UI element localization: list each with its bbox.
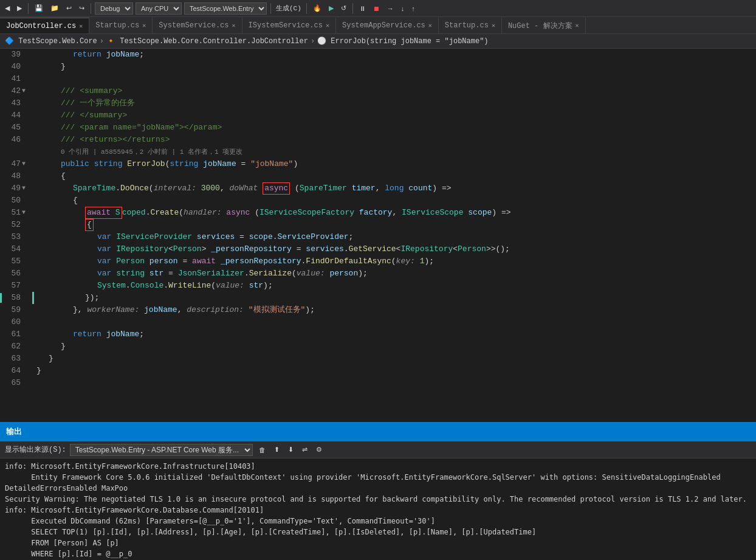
output-line-8: WHERE [p].[Id] = @__p_0	[5, 548, 751, 559]
code-line-58: });	[36, 292, 756, 304]
tab-close-startup2[interactable]: ✕	[492, 22, 495, 29]
code-line-48: {	[36, 170, 756, 182]
sep4	[306, 3, 307, 14]
tab-close-systemservice[interactable]: ✕	[232, 22, 236, 29]
output-content: info: Microsoft.EntityFrameworkCore.Infr…	[0, 458, 756, 560]
breadcrumb-method[interactable]: ⚪ ErrorJob(string jobName = "jobName")	[317, 36, 488, 46]
output-line-5: Executed DbCommand (62ms) [Parameters=[@…	[5, 516, 751, 527]
tab-close-jobcontroller[interactable]: ✕	[79, 22, 83, 30]
tab-close-startup1[interactable]: ✕	[142, 22, 146, 29]
breadcrumb-row: 🔷 TestScope.Web.Core › 🔸 TestScope.Web.C…	[0, 34, 756, 49]
line-numbers: 39 40 41 42 ▼ 43 44 45 46 47 ▼ 48 49 ▼ 5…	[0, 49, 30, 422]
code-line-46: /// <returns></returns>	[36, 134, 756, 146]
output-line-6: SELECT TOP(1) [p].[Id], [p].[Address], […	[5, 527, 751, 538]
stop-btn[interactable]: ⏹	[371, 4, 382, 13]
code-line-45: /// <param name="jobName"></param>	[36, 122, 756, 134]
code-line-65	[36, 377, 756, 389]
tab-jobcontroller[interactable]: JobController.cs ✕	[0, 18, 89, 33]
code-line-52: {	[36, 219, 756, 231]
code-line-47: public string ErrorJob(string jobName = …	[36, 158, 756, 170]
step-out-btn[interactable]: ↑	[409, 4, 418, 13]
output-source-label: 显示输出来源(S):	[5, 444, 66, 455]
redo-btn[interactable]: ↪	[77, 3, 87, 13]
code-content[interactable]: return jobName; } /// <summary> /// 一个异常…	[30, 49, 756, 422]
code-line-54: var IRepository<Person> _personRepositor…	[36, 243, 756, 255]
code-line-57: System.Console.WriteLine(value: str);	[36, 280, 756, 292]
code-line-60	[36, 316, 756, 328]
tab-systemappservice[interactable]: SystemAppService.cs ✕	[336, 18, 439, 33]
tab-close-isystemservice[interactable]: ✕	[326, 22, 329, 29]
code-line-55: var Person person = await _personReposit…	[36, 255, 756, 268]
code-line-42: /// <summary>	[36, 85, 756, 97]
output-toolbar: 显示输出来源(S): TestScope.Web.Entry - ASP.NET…	[0, 441, 756, 458]
tab-label: NuGet - 解决方案	[508, 21, 572, 31]
tab-label: ISystemService.cs	[249, 21, 323, 30]
refresh-btn[interactable]: ↺	[338, 3, 349, 13]
code-line-43: /// 一个异常的任务	[36, 97, 756, 109]
step-over-btn[interactable]: →	[385, 4, 396, 13]
tab-label: JobController.cs	[6, 22, 76, 30]
code-line-51: await Scoped.Create(handler: async (ISer…	[36, 207, 756, 219]
output-down-btn[interactable]: ⬇	[286, 444, 296, 455]
tab-systemservice[interactable]: SystemService.cs ✕	[153, 18, 242, 33]
step-into-btn[interactable]: ↓	[399, 4, 407, 13]
run-btn[interactable]: ▶	[326, 3, 336, 13]
breadcrumb-project[interactable]: 🔷 TestScope.Web.Core	[5, 36, 97, 46]
code-line-39: return jobName;	[36, 49, 756, 61]
code-line-40: }	[36, 61, 756, 73]
code-line-41	[36, 73, 756, 85]
pause-btn[interactable]: ⏸	[357, 4, 368, 13]
tab-startup2[interactable]: Startup.cs ✕	[439, 18, 502, 33]
build-label: 生成(C)	[275, 4, 303, 13]
fire-btn[interactable]: 🔥	[311, 3, 324, 13]
tab-startup1[interactable]: Startup.cs ✕	[89, 18, 153, 33]
code-line-62: }	[36, 340, 756, 353]
breadcrumb-class[interactable]: 🔸 TestScope.Web.Core.Controller.JobContr…	[106, 36, 308, 46]
tab-label: SystemService.cs	[159, 21, 229, 30]
debug-dropdown[interactable]: Debug	[95, 2, 133, 15]
output-line-4: info: Microsoft.EntityFrameworkCore.Data…	[5, 505, 751, 516]
tab-label: SystemAppService.cs	[342, 21, 425, 30]
tab-label: Startup.cs	[445, 21, 489, 30]
output-header: 输出	[0, 422, 756, 441]
output-line-3: Security Warning: The negotiated TLS 1.0…	[5, 494, 751, 505]
sep1	[28, 3, 29, 14]
project-dropdown[interactable]: TestScope.Web.Entry	[184, 2, 267, 15]
top-toolbar: ◀ ▶ 💾 📁 ↩ ↪ Debug Any CPU TestScope.Web.…	[0, 0, 756, 17]
code-line-50: {	[36, 195, 756, 207]
tab-isystemservice[interactable]: ISystemService.cs ✕	[242, 18, 336, 33]
code-line-63: }	[36, 353, 756, 365]
output-line-2: Entity Framework Core 5.0.6 initialized …	[5, 472, 751, 494]
tab-label: Startup.cs	[95, 21, 139, 30]
cpu-dropdown[interactable]: Any CPU	[136, 2, 182, 15]
file-btn[interactable]: 📁	[48, 3, 61, 13]
tab-close-nuget[interactable]: ✕	[576, 22, 579, 29]
code-line-44: /// </summary>	[36, 109, 756, 122]
output-header-label: 输出	[6, 426, 22, 437]
output-source-select[interactable]: TestScope.Web.Entry - ASP.NET Core Web 服…	[70, 444, 253, 456]
output-wordwrap-btn[interactable]: ⇌	[300, 444, 310, 455]
back-btn[interactable]: ◀	[2, 3, 12, 13]
undo-btn[interactable]: ↩	[64, 3, 74, 13]
output-settings-btn[interactable]: ⚙	[314, 444, 325, 455]
tabs-row: JobController.cs ✕ Startup.cs ✕ SystemSe…	[0, 17, 756, 34]
code-line-61: return jobName;	[36, 328, 756, 340]
tab-nuget[interactable]: NuGet - 解决方案 ✕	[502, 18, 586, 33]
code-line-56: var string str = JsonSerializer.Serializ…	[36, 268, 756, 280]
code-line-64: }	[36, 365, 756, 377]
codelens-line: 0 个引用 | a5855945，2 小时前 | 1 名作者，1 项更改	[36, 146, 756, 158]
save-btn[interactable]: 💾	[32, 3, 46, 13]
code-line-53: var IServiceProvider services = scope.Se…	[36, 231, 756, 243]
clear-output-btn[interactable]: 🗑	[256, 445, 268, 455]
sep3	[270, 3, 271, 14]
forward-btn[interactable]: ▶	[15, 3, 24, 13]
editor-area: 39 40 41 42 ▼ 43 44 45 46 47 ▼ 48 49 ▼ 5…	[0, 49, 756, 422]
sep2	[91, 3, 91, 14]
code-line-59: }, workerName: jobName, description: "模拟…	[36, 304, 756, 316]
output-up-btn[interactable]: ⬆	[272, 444, 282, 455]
output-panel: 输出 显示输出来源(S): TestScope.Web.Entry - ASP.…	[0, 422, 756, 560]
sep5	[352, 3, 353, 14]
tab-close-systemappservice[interactable]: ✕	[428, 22, 432, 29]
output-line-7: FROM [Person] AS [p]	[5, 538, 751, 548]
code-line-49: SpareTime.DoOnce(interval: 3000, doWhat …	[36, 182, 756, 195]
